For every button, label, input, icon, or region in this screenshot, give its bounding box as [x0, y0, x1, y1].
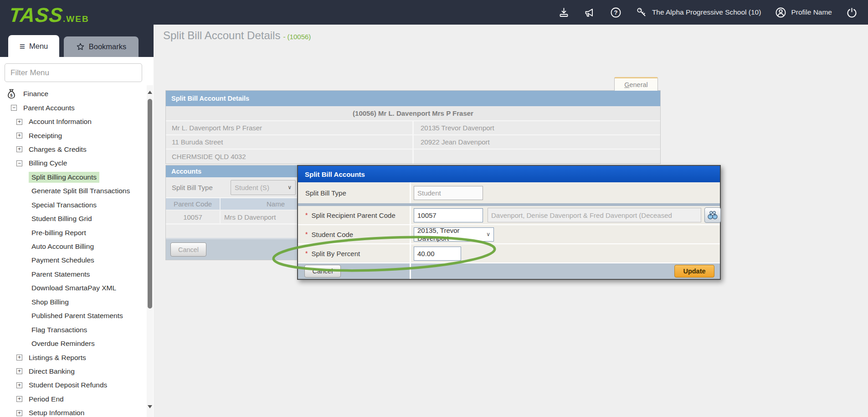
money-bag-icon: $	[5, 88, 17, 100]
tab-menu-label: Menu	[29, 42, 48, 51]
page-title: Split Bill Account Details- (10056)	[163, 29, 311, 42]
sidebar-item-generate-split-bill-transactions[interactable]: Generate Split Bill Transactions	[0, 184, 145, 198]
announcements-icon[interactable]	[584, 6, 596, 19]
app-window: ? The Alpha Progressive School (10) Prof…	[0, 0, 868, 417]
expand-icon[interactable]: +	[16, 133, 22, 139]
sidebar-item-student-billing-grid[interactable]: Student Billing Grid	[0, 212, 145, 226]
sidebar-item-parent-accounts[interactable]: −Parent Accounts	[0, 101, 145, 114]
star-icon	[76, 42, 85, 51]
tab-general[interactable]: General	[614, 77, 658, 91]
sidebar-item-overdue-reminders[interactable]: Overdue Reminders	[0, 337, 145, 350]
lookup-button[interactable]	[704, 207, 721, 223]
sidebar-item-account-information[interactable]: +Account Information	[0, 115, 145, 129]
sidebar-item-finance[interactable]: $ Finance	[0, 87, 145, 101]
sidebar-item-billing-cycle[interactable]: −Billing Cycle	[0, 156, 145, 170]
expand-icon[interactable]: +	[16, 355, 22, 360]
expand-icon[interactable]: +	[16, 410, 22, 416]
sidebar-item-shop-billing[interactable]: Shop Billing	[0, 295, 145, 309]
logo-text: TASS	[8, 4, 64, 26]
sidebar: $ Finance −Parent Accounts +Account Info…	[0, 57, 154, 417]
modal-update-button[interactable]: Update	[674, 265, 714, 278]
student-code-label: Student Code	[298, 225, 411, 243]
student-line: 20135 Trevor Davenport	[414, 121, 660, 135]
sidebar-item-student-deposit-refunds[interactable]: +Student Deposit Refunds	[0, 378, 145, 392]
student-line	[414, 149, 660, 164]
account-address: Mr L. Davenport Mrs P Fraser 11 Buruda S…	[166, 121, 412, 164]
profile-menu[interactable]: Profile Name	[775, 6, 832, 19]
svg-text:$: $	[10, 93, 13, 98]
sidebar-item-download-smartapay-xml[interactable]: Download SmartaPay XML	[0, 281, 145, 295]
school-name: The Alpha Progressive School (10)	[652, 8, 761, 16]
sidebar-item-special-transactions[interactable]: Special Transactions	[0, 198, 145, 212]
account-students: 20135 Trevor Davenport 20922 Jean Davenp…	[414, 121, 660, 164]
help-icon[interactable]: ?	[610, 6, 622, 19]
app-logo: TASS.WEB	[9, 4, 89, 26]
expand-icon[interactable]: +	[16, 368, 22, 374]
download-icon[interactable]	[558, 6, 570, 19]
cell-parent-code: 10057	[166, 211, 221, 223]
expand-icon[interactable]: +	[16, 382, 22, 388]
sidebar-item-direct-banking[interactable]: +Direct Banking	[0, 365, 145, 378]
split-bill-accounts-modal: Split Bill Accounts Split Bill Type Stud…	[297, 165, 721, 280]
modal-split-bill-type-label: Split Bill Type	[298, 182, 411, 203]
student-code-select[interactable]: 20135, Trevor Davenport	[414, 227, 494, 242]
address-line: Mr L. Davenport Mrs P Fraser	[166, 121, 412, 135]
sidebar-item-pre-billing-report[interactable]: Pre-billing Report	[0, 226, 145, 239]
sidebar-item-published-parent-statements[interactable]: Published Parent Statements	[0, 309, 145, 323]
menu-icon: ≡	[20, 41, 25, 51]
tab-menu[interactable]: ≡ Menu	[8, 35, 59, 57]
split-by-percent-label: Split By Percent	[298, 244, 411, 263]
profile-name: Profile Name	[791, 8, 832, 16]
sidebar-item-split-billing-accounts[interactable]: Split Billing Accounts	[0, 170, 145, 184]
collapse-icon[interactable]: −	[11, 105, 17, 111]
expand-icon[interactable]: +	[16, 396, 22, 402]
recipient-parent-code-label: Split Recipient Parent Code	[298, 206, 411, 224]
recipient-parent-code-input[interactable]	[414, 208, 483, 222]
menu-tree: $ Finance −Parent Accounts +Account Info…	[0, 87, 145, 417]
sidebar-item-charges-credits[interactable]: +Charges & Credits	[0, 143, 145, 156]
split-bill-account-details-panel: Split Bill Account Details (10056) Mr L.…	[165, 90, 661, 164]
binoculars-icon	[707, 210, 718, 220]
modal-title: Split Bill Accounts	[298, 166, 720, 182]
panel-header: Split Bill Account Details	[166, 91, 660, 106]
profile-icon	[775, 6, 787, 19]
sidebar-scrollbar[interactable]	[147, 85, 153, 417]
recipient-lookup-value: Davenport, Denise Davenport & Fred Daven…	[488, 208, 701, 222]
key-icon	[636, 6, 648, 19]
sidebar-item-parent-statements[interactable]: Parent Statements	[0, 268, 145, 281]
tab-bookmarks[interactable]: Bookmarks	[64, 36, 139, 57]
sidebar-item-listings-reports[interactable]: +Listings & Reports	[0, 350, 145, 364]
split-bill-type-select[interactable]: Student (S)	[231, 180, 296, 195]
filter-menu-input[interactable]	[5, 63, 142, 82]
sidebar-item-flag-transactions[interactable]: Flag Transactions	[0, 323, 145, 336]
scrollbar-thumb[interactable]	[148, 99, 152, 309]
column-parent-code: Parent Code	[166, 198, 221, 210]
logout-icon[interactable]	[846, 6, 858, 19]
brand-area: TASS.WEB ≡ Menu Bookmarks	[0, 0, 154, 57]
student-line: 20922 Jean Davenport	[414, 135, 660, 149]
sidebar-item-auto-account-billing[interactable]: Auto Account Billing	[0, 240, 145, 253]
page-title-code: - (10056)	[283, 33, 311, 41]
accounts-cancel-button[interactable]: Cancel	[170, 242, 206, 257]
address-line: CHERMSIDE QLD 4032	[166, 149, 412, 164]
modal-footer: Cancel Update	[298, 263, 720, 279]
sidebar-item-setup-information[interactable]: +Setup Information	[0, 406, 145, 417]
scroll-down-icon[interactable]	[147, 404, 153, 410]
tab-bookmarks-label: Bookmarks	[89, 42, 127, 51]
expand-icon[interactable]: +	[16, 146, 22, 152]
address-line: 11 Buruda Street	[166, 135, 412, 149]
expand-icon[interactable]: +	[16, 119, 22, 125]
split-bill-type-label: Split Bill Type	[166, 184, 231, 191]
svg-text:?: ?	[614, 9, 617, 16]
sidebar-item-period-end[interactable]: +Period End	[0, 392, 145, 406]
collapse-icon[interactable]: −	[16, 160, 22, 166]
logo-suffix: .WEB	[63, 14, 89, 24]
modal-cancel-button[interactable]: Cancel	[304, 265, 341, 278]
school-context[interactable]: The Alpha Progressive School (10)	[636, 6, 761, 19]
scroll-up-icon[interactable]	[147, 90, 153, 95]
split-by-percent-input[interactable]	[414, 247, 461, 261]
sidebar-item-payment-schedules[interactable]: Payment Schedules	[0, 253, 145, 267]
account-heading: (10056) Mr L. Davenport Mrs P Fraser	[166, 106, 660, 121]
modal-split-bill-type-value: Student	[414, 186, 483, 200]
sidebar-item-receipting[interactable]: +Receipting	[0, 129, 145, 142]
